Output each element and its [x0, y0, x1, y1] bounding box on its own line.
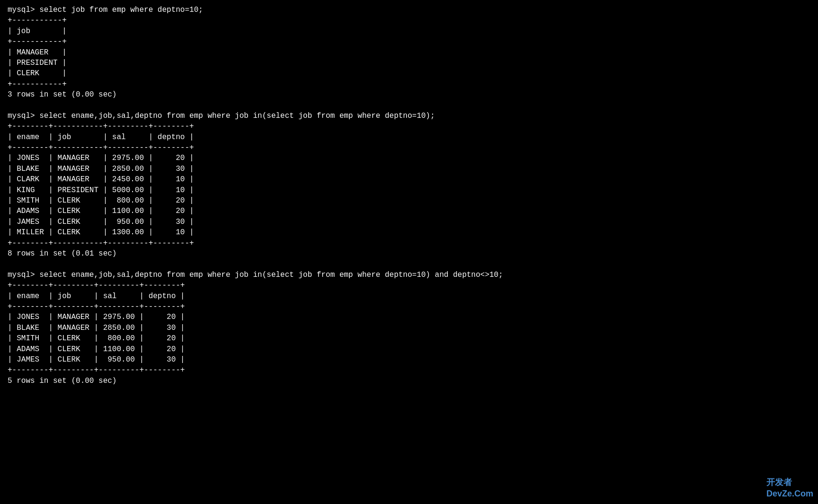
watermark: 开发者 DevZe.Com: [766, 477, 813, 499]
watermark-line1: 开发者: [766, 477, 813, 488]
terminal-output: mysql> select job from emp where deptno=…: [8, 5, 810, 386]
watermark-line2: DevZe.Com: [766, 488, 813, 499]
